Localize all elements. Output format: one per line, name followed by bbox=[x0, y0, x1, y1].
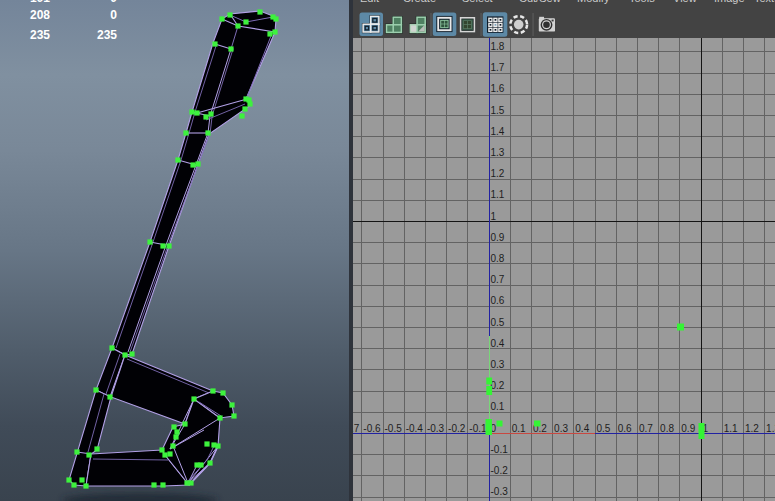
svg-text:0.1: 0.1 bbox=[491, 401, 505, 412]
svg-text:0.6: 0.6 bbox=[491, 295, 505, 306]
svg-text:0.3: 0.3 bbox=[554, 423, 568, 434]
svg-text:0.6: 0.6 bbox=[618, 423, 632, 434]
svg-text:-0.5: -0.5 bbox=[385, 423, 403, 434]
svg-text:1.3: 1.3 bbox=[491, 147, 505, 158]
svg-text:0.9: 0.9 bbox=[491, 232, 505, 243]
svg-text:0.3: 0.3 bbox=[491, 359, 505, 370]
svg-text:1.6: 1.6 bbox=[491, 83, 505, 94]
svg-text:0.8: 0.8 bbox=[491, 253, 505, 264]
svg-text:0.4: 0.4 bbox=[575, 423, 589, 434]
svg-text:1.8: 1.8 bbox=[491, 41, 505, 52]
svg-text:0.2: 0.2 bbox=[491, 380, 505, 391]
svg-text:0.8: 0.8 bbox=[660, 423, 674, 434]
svg-text:1.1: 1.1 bbox=[724, 423, 738, 434]
svg-text:0.1: 0.1 bbox=[512, 423, 526, 434]
svg-text:0.5: 0.5 bbox=[597, 423, 611, 434]
svg-text:1.2: 1.2 bbox=[491, 168, 505, 179]
svg-text:0.5: 0.5 bbox=[491, 317, 505, 328]
svg-text:-0.3: -0.3 bbox=[491, 486, 509, 497]
svg-text:1.1: 1.1 bbox=[491, 189, 505, 200]
svg-text:-0.6: -0.6 bbox=[363, 423, 381, 434]
svg-text:1: 1 bbox=[491, 211, 497, 222]
svg-text:0.7: 0.7 bbox=[491, 274, 505, 285]
svg-text:1.2: 1.2 bbox=[745, 423, 759, 434]
svg-text:-0.4: -0.4 bbox=[406, 423, 424, 434]
svg-text:1.5: 1.5 bbox=[491, 105, 505, 116]
svg-text:1.4: 1.4 bbox=[491, 126, 505, 137]
svg-text:0.4: 0.4 bbox=[491, 338, 505, 349]
svg-text:-0.2: -0.2 bbox=[448, 423, 466, 434]
svg-text:0.9: 0.9 bbox=[681, 423, 695, 434]
svg-text:1.7: 1.7 bbox=[491, 62, 505, 73]
svg-text:-0.1: -0.1 bbox=[469, 423, 487, 434]
svg-text:-0.3: -0.3 bbox=[427, 423, 445, 434]
svg-text:0.7: 0.7 bbox=[639, 423, 653, 434]
svg-text:-0.2: -0.2 bbox=[491, 465, 509, 476]
svg-text:1.3: 1.3 bbox=[766, 423, 775, 434]
svg-text:-0.1: -0.1 bbox=[491, 444, 509, 455]
